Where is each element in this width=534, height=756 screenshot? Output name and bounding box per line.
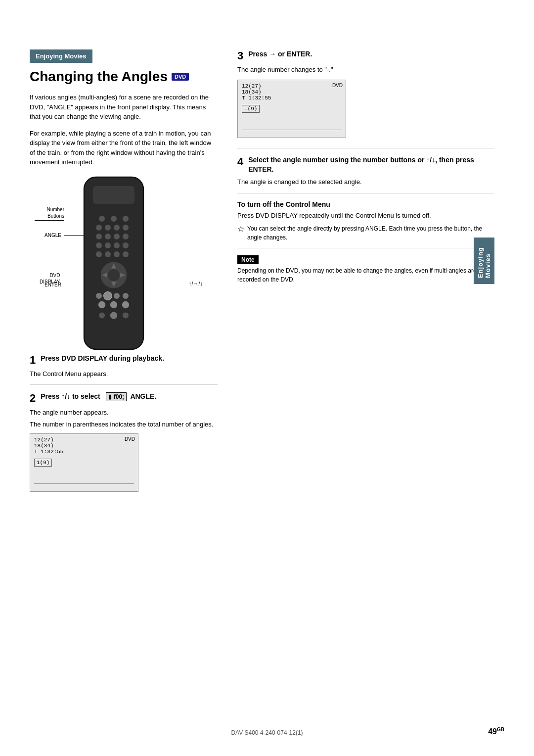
step-1-number: 1 [30,354,36,367]
svg-point-5 [96,225,102,231]
svg-point-12 [123,234,129,239]
tip-block: ☆ You can select the angle directly by p… [237,224,494,242]
model-number: DAV-S400 4-240-074-12(1) [231,729,303,736]
svg-point-9 [96,234,102,239]
remote-svg [64,174,163,352]
svg-point-22 [108,269,120,281]
step-1-body: The Control Menu appears. [30,369,218,379]
step-3-title: Press → or ENTER. [248,49,490,59]
label-arrows: ↑/→/↓ [189,281,203,286]
sidebar-label: Enjoying Movies [474,237,494,284]
screen1-dvd-label: DVD [125,436,135,442]
step-3-header: 3 Press → or ENTER. [237,49,494,62]
svg-point-34 [99,312,105,318]
step-1-header: 1 Press DVD DISPLAY during playback. [30,354,218,367]
tip-icon: ☆ [237,223,244,242]
note-block: Note Depending on the DVD, you may not b… [237,255,494,284]
svg-point-8 [123,225,129,231]
screen2-line2: 18(34) [242,89,342,95]
svg-point-31 [98,301,105,308]
title-text: Changing the Angles [30,69,168,85]
screen2-dvd-label: DVD [332,83,343,88]
svg-point-36 [123,312,129,318]
step-3-body: The angle number changes to "-." [237,65,494,75]
svg-point-2 [99,216,105,222]
tip-text: You can select the angle directly by pre… [247,224,494,242]
svg-point-33 [122,301,129,308]
intro-paragraph-2: For example, while playing a scene of a … [30,129,218,167]
screen2-line3: T 1:32:55 [242,95,342,101]
right-column: 3 Press → or ENTER. The angle number cha… [237,49,494,284]
svg-point-3 [111,216,117,222]
section-header: Enjoying Movies [30,49,92,63]
turn-off-title: To turn off the Control Menu [237,200,494,208]
step-3-block: 3 Press → or ENTER. The angle number cha… [237,49,494,148]
svg-point-32 [110,301,117,308]
step-4-title: Select the angle number using the number… [248,155,490,175]
screen-mockup-2: 12(27) 18(34) T 1:32:55 DVD -(9) [237,80,346,138]
screen2-line1: 12(27) [242,83,342,89]
svg-rect-1 [93,186,134,204]
svg-point-6 [105,225,111,231]
step-2-body-2: The number in parentheses indicates the … [30,420,218,429]
left-column: Enjoying Movies Changing the Angles DVD … [30,49,218,509]
screen1-line2: 18(34) [34,443,134,449]
svg-point-13 [96,242,102,248]
step-4-body: The angle is changed to the selected ang… [237,177,494,187]
screen1-line1: 12(27) [34,437,134,443]
screen1-angle-box: 1(9) [34,459,52,467]
label-angle: ANGLE [44,233,84,238]
screen-mockup-1: 12(27) 18(34) T 1:32:55 DVD 1(9) [30,433,138,492]
label-enter: ENTER [44,282,61,287]
step-2-number: 2 [30,392,36,405]
svg-point-15 [114,242,120,248]
svg-point-28 [104,291,112,300]
svg-point-30 [123,293,129,299]
svg-point-4 [123,216,129,222]
page-title: Changing the Angles DVD [30,69,218,85]
step-2-title: Press ↑/↓ to select ▮ f00; ANGLE. [41,392,213,402]
turn-off-block: To turn off the Control Menu Press DVD D… [237,200,494,249]
step-3-number: 3 [237,49,243,62]
page-number: 49GB [488,727,504,736]
remote-control-image: Number Buttons ANGLE DVD DISPLAY ENTER ↑… [64,174,183,354]
dvd-badge: DVD [172,73,189,81]
note-text: Depending on the DVD, you may not be abl… [237,266,494,284]
svg-point-19 [114,251,120,257]
screen1-line3: T 1:32:55 [34,449,134,455]
step-1-block: 1 Press DVD DISPLAY during playback. The… [30,354,218,385]
step-1-title: Press DVD DISPLAY during playback. [41,354,213,364]
step-2-header: 2 Press ↑/↓ to select ▮ f00; ANGLE. [30,392,218,405]
svg-point-17 [96,251,102,257]
turn-off-body: Press DVD DISPLAY repeatedly until the C… [237,211,494,221]
label-number-buttons: Number Buttons [35,206,64,221]
svg-point-14 [105,242,111,248]
svg-point-18 [105,251,111,257]
svg-point-16 [123,242,129,248]
svg-point-10 [105,234,111,239]
step-2-block: 2 Press ↑/↓ to select ▮ f00; ANGLE. The … [30,392,218,501]
step-2-body-1: The angle number appears. [30,408,218,418]
svg-point-11 [114,234,120,239]
intro-paragraph-1: If various angles (multi-angles) for a s… [30,93,218,122]
screen2-angle-box: -(9) [242,105,260,113]
step-4-number: 4 [237,155,243,168]
svg-point-7 [114,225,120,231]
svg-point-20 [123,251,129,257]
step-4-block: 4 Select the angle number using the numb… [237,155,494,193]
svg-point-35 [110,312,117,319]
step-4-header: 4 Select the angle number using the numb… [237,155,494,175]
svg-point-27 [96,293,102,299]
svg-point-29 [114,293,120,299]
note-label: Note [237,255,259,264]
